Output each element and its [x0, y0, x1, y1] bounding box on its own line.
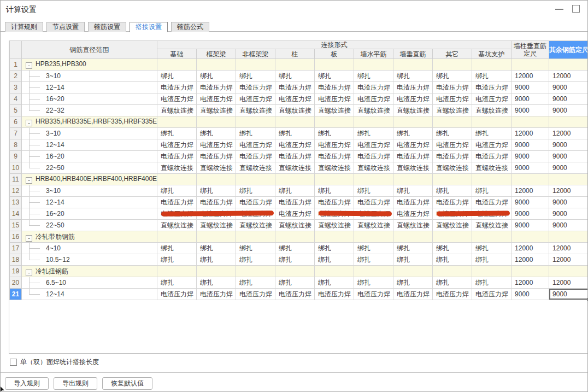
row-number-cell[interactable]: 19	[10, 266, 22, 277]
connection-cell[interactable]: 绑扎	[275, 243, 315, 254]
connection-cell[interactable]	[236, 231, 275, 243]
fixed-length-cell[interactable]: 9000	[511, 220, 549, 231]
row-number-cell[interactable]: 11	[10, 174, 22, 185]
connection-cell[interactable]: 电渣压力焊	[472, 151, 511, 162]
connection-cell[interactable]	[236, 174, 275, 185]
rebar-grade-group-cell[interactable]: -冷轧带肋钢筋	[22, 231, 157, 243]
connection-cell[interactable]: 电渣压力焊	[315, 82, 354, 93]
connection-cell[interactable]: 绑扎	[157, 128, 197, 139]
connection-cell[interactable]: 电渣压力焊	[157, 82, 197, 93]
row-number-cell[interactable]: 18	[10, 254, 22, 266]
row-number-cell[interactable]: 3	[10, 82, 22, 93]
fixed-length-cell[interactable]: 9000	[511, 162, 549, 174]
connection-cell[interactable]: 电渣压力焊	[472, 93, 511, 105]
single-double-weld-checkbox[interactable]	[10, 359, 17, 366]
connection-cell[interactable]: 绑扎	[433, 185, 472, 197]
connection-cell[interactable]: 绑扎	[197, 71, 236, 82]
connection-cell[interactable]: 直螺纹连接	[197, 220, 236, 231]
connection-cell[interactable]: 电渣压力焊	[197, 139, 236, 151]
connection-cell[interactable]: 电渣压力焊	[354, 151, 393, 162]
connection-cell[interactable]: 绑扎	[197, 243, 236, 254]
connection-cell[interactable]	[472, 231, 511, 243]
connection-cell[interactable]: 绑扎	[354, 277, 393, 289]
connection-cell[interactable]: 绑扎	[315, 243, 354, 254]
connection-cell[interactable]	[472, 174, 511, 185]
fixed-length-cell[interactable]	[511, 231, 549, 243]
connection-cell[interactable]: 直螺纹连接	[315, 220, 354, 231]
row-number-cell[interactable]: 2	[10, 71, 22, 82]
connection-cell[interactable]: 直螺纹连接	[275, 105, 315, 116]
connection-cell[interactable]: 电渣压力焊	[472, 208, 511, 220]
connection-cell[interactable]: 绑扎	[197, 128, 236, 139]
connection-cell[interactable]: 绑扎	[393, 71, 433, 82]
row-number-cell[interactable]: 13	[10, 197, 22, 208]
connection-cell[interactable]: 直螺纹连接	[157, 162, 197, 174]
connection-cell[interactable]: 绑扎	[433, 71, 472, 82]
row-number-cell[interactable]: 17	[10, 243, 22, 254]
connection-cell[interactable]: 电渣压力焊	[275, 93, 315, 105]
connection-cell[interactable]: 电渣压力焊	[393, 151, 433, 162]
connection-cell[interactable]	[472, 266, 511, 277]
connection-cell[interactable]: 电渣压力焊	[236, 151, 275, 162]
connection-cell[interactable]: 绑扎	[157, 243, 197, 254]
diameter-range-cell[interactable]: 3~10	[22, 128, 157, 139]
connection-cell[interactable]: 绑扎	[433, 128, 472, 139]
connection-cell[interactable]: 电渣压力焊	[393, 289, 433, 300]
connection-cell[interactable]: 电渣压力焊	[236, 82, 275, 93]
diameter-range-cell[interactable]: 12~14	[22, 82, 157, 93]
connection-cell[interactable]: 绑扎	[472, 71, 511, 82]
connection-cell[interactable]: 电渣压力焊	[157, 139, 197, 151]
fixed-length-cell[interactable]: 12000	[511, 185, 549, 197]
connection-cell[interactable]: 电渣压力焊	[393, 208, 433, 220]
connection-cell[interactable]: 绑扎	[472, 254, 511, 266]
connection-cell[interactable]: 电渣压力焊	[197, 197, 236, 208]
connection-cell[interactable]: 直螺纹连接	[315, 105, 354, 116]
connection-cell[interactable]: 电渣压力焊	[236, 197, 275, 208]
fixed-length-cell[interactable]: 12000	[549, 243, 588, 254]
fixed-length-cell[interactable]: 9000	[511, 289, 549, 300]
connection-cell[interactable]: 直螺纹连接	[275, 220, 315, 231]
fixed-length-cell[interactable]: 9000	[511, 197, 549, 208]
connection-cell[interactable]: 电渣压力焊	[393, 82, 433, 93]
connection-cell[interactable]: 电渣压力焊	[197, 151, 236, 162]
connection-cell[interactable]: 绑扎	[236, 185, 275, 197]
fixed-length-cell[interactable]: 9000	[549, 82, 588, 93]
maximize-icon[interactable]	[572, 5, 580, 13]
connection-cell[interactable]: 电渣压力焊	[275, 289, 315, 300]
connection-cell[interactable]: 绑扎	[472, 185, 511, 197]
connection-cell[interactable]: 电渣压力焊	[315, 289, 354, 300]
fixed-length-cell[interactable]	[549, 116, 588, 128]
row-number-cell[interactable]: 8	[10, 139, 22, 151]
fixed-length-cell[interactable]: 12000	[549, 128, 588, 139]
connection-cell[interactable]	[354, 231, 393, 243]
connection-cell[interactable]	[197, 59, 236, 71]
fixed-length-cell[interactable]	[511, 266, 549, 277]
diameter-range-cell[interactable]: 22~50	[22, 162, 157, 174]
connection-cell[interactable]	[275, 231, 315, 243]
fixed-length-cell[interactable]: 9000	[549, 208, 588, 220]
fixed-length-cell[interactable]: 12000	[549, 185, 588, 197]
diameter-range-cell[interactable]: 4~10	[22, 243, 157, 254]
connection-cell[interactable]	[354, 174, 393, 185]
connection-cell[interactable]: 电渣压力焊	[354, 82, 393, 93]
rebar-grade-group-cell[interactable]: -HRB335,HRB335E,HRBF335,HRBF335E	[22, 116, 157, 128]
row-number-cell[interactable]: 4	[10, 93, 22, 105]
connection-cell[interactable]: 电渣压力焊	[354, 208, 393, 220]
collapse-icon[interactable]: -	[26, 177, 32, 184]
connection-cell[interactable]: 直螺纹连接	[433, 105, 472, 116]
connection-cell[interactable]: 电渣压力焊	[354, 289, 393, 300]
restore-defaults-button[interactable]: 恢复默认值	[102, 377, 152, 390]
connection-cell[interactable]	[275, 174, 315, 185]
connection-cell[interactable]: 绑扎	[275, 277, 315, 289]
connection-cell[interactable]: 电渣压力焊	[197, 93, 236, 105]
connection-cell[interactable]	[433, 174, 472, 185]
connection-cell[interactable]: 直螺纹连接	[354, 105, 393, 116]
tab-node-settings[interactable]: 节点设置	[46, 22, 85, 32]
fixed-length-cell[interactable]: 9000	[511, 139, 549, 151]
connection-cell[interactable]: 绑扎	[275, 71, 315, 82]
connection-cell[interactable]: 电渣压力焊	[354, 93, 393, 105]
connection-cell[interactable]: 绑扎	[197, 277, 236, 289]
connection-cell[interactable]: 电渣压力焊	[315, 197, 354, 208]
connection-cell[interactable]: 电渣压力焊	[315, 208, 354, 220]
connection-cell[interactable]: 电渣压力焊	[157, 197, 197, 208]
